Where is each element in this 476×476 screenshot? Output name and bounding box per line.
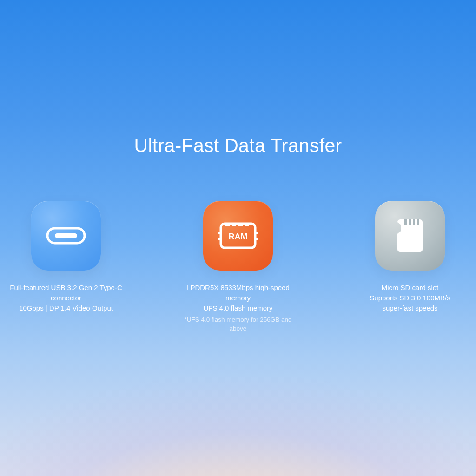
feature-sd-tile [375,201,445,271]
features-row: Full-featured USB 3.2 Gen 2 Type-C conne… [0,201,476,333]
feature-sd: Micro SD card slot Supports SD 3.0 100MB… [350,201,470,333]
svg-rect-9 [254,232,258,234]
svg-rect-1 [55,233,77,238]
caption-line: 10Gbps | DP 1.4 Video Output [6,303,126,313]
svg-rect-13 [413,219,415,225]
usb-c-icon [46,226,86,245]
ram-chip-label: RAM [229,232,248,241]
feature-ram-footnote: *UFS 4.0 flash memory for 256GB and abov… [178,316,298,333]
caption-line: Full-featured USB 3.2 Gen 2 Type-C conne… [6,283,126,303]
svg-rect-14 [417,219,419,225]
feature-sd-caption: Micro SD card slot Supports SD 3.0 100MB… [370,283,450,313]
caption-line: Supports SD 3.0 100MB/s [370,293,450,303]
ram-icon: RAM [218,219,258,252]
svg-rect-11 [404,219,407,225]
caption-line: LPDDR5X 8533Mbps high-speed memory [178,283,298,303]
feature-usb-caption: Full-featured USB 3.2 Gen 2 Type-C conne… [6,283,126,313]
micro-sd-icon [396,218,424,254]
page-title: Ultra-Fast Data Transfer [0,135,476,157]
svg-rect-12 [409,219,411,225]
feature-ram-tile: RAM [203,201,273,271]
feature-ram-caption: LPDDR5X 8533Mbps high-speed memory UFS 4… [178,283,298,313]
svg-rect-10 [254,238,258,240]
feature-usb: Full-featured USB 3.2 Gen 2 Type-C conne… [6,201,126,333]
caption-line: UFS 4.0 flash memory [178,303,298,313]
svg-rect-5 [238,224,243,226]
caption-line: Micro SD card slot [370,283,450,293]
caption-line: super-fast speeds [370,303,450,313]
feature-ram: RAM LPDDR5X 8533Mbps high-speed memory U… [178,201,298,333]
svg-rect-6 [245,224,249,226]
svg-rect-7 [218,232,222,234]
feature-usb-tile [31,201,101,271]
svg-rect-4 [232,224,236,226]
svg-rect-3 [225,224,230,226]
svg-rect-8 [218,238,222,240]
